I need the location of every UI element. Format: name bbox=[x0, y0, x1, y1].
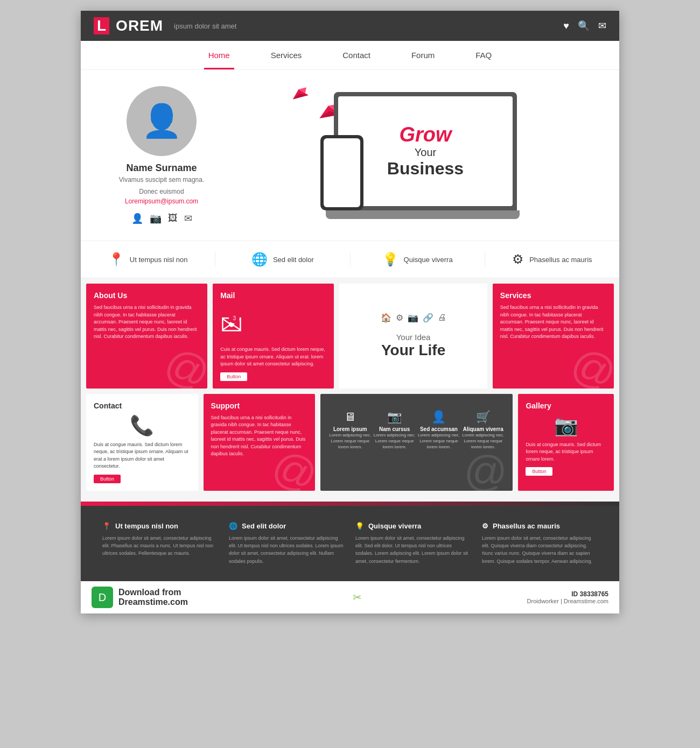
dark-item-4: 🛒 Aliquam viverra Lorem adipiscing nec. … bbox=[461, 410, 505, 450]
logo-l: L bbox=[97, 17, 106, 34]
dark-row-items: 🖥 Lorem ipsum Lorem adipiscing nec. Lore… bbox=[328, 410, 505, 450]
business-text: Business bbox=[387, 159, 464, 179]
scissors-icon: ✂ bbox=[353, 591, 362, 603]
feature-bulb: 💡 Quisque viverra bbox=[351, 252, 485, 267]
footer-col-2: 🌐 Sed elit dolor Lorem ipsum dolor sit a… bbox=[229, 522, 345, 566]
footer-col-3: 💡 Quisque viverra Lorem ipsum dolor sit … bbox=[355, 522, 471, 566]
footer-col-3-text: Lorem ipsum dolor sit amet, consectetur … bbox=[355, 534, 471, 566]
watermark-left: D Download from Dreamstime.com bbox=[92, 587, 188, 608]
nav-faq[interactable]: FAQ bbox=[471, 41, 496, 69]
settings-icon: ⚙ bbox=[512, 252, 524, 267]
page-wrapper: L OREM ipsum dolor sit amet ♥ 🔍 ✉ Home S… bbox=[81, 11, 619, 613]
support-title: Support bbox=[211, 401, 308, 410]
mail-title: Mail bbox=[220, 291, 326, 300]
dark-item-2-title: Nam cursus bbox=[372, 426, 416, 432]
dark-item-3-text: Lorem adipiscing nec. Lorem neque neque … bbox=[417, 432, 461, 450]
download-text: Download from bbox=[118, 588, 188, 597]
mail-button[interactable]: Button bbox=[220, 372, 247, 381]
about-us-cell: About Us Sed faucibus urna a nisi sollic… bbox=[86, 284, 207, 389]
services-title: Services bbox=[500, 291, 606, 300]
print-icon[interactable]: 🖨 bbox=[438, 313, 446, 323]
dark-features-cell: 🖥 Lorem ipsum Lorem adipiscing nec. Lore… bbox=[320, 394, 513, 491]
footer-col-1-text: Lorem ipsum dolor sit amet, consectetur … bbox=[102, 534, 218, 558]
footer-bulb-icon: 💡 bbox=[355, 522, 364, 530]
nav-services[interactable]: Services bbox=[267, 41, 306, 69]
grid-row-2: Contact 📞 Duis at congue mauris. Sed dic… bbox=[86, 394, 614, 491]
hero-center: Grow Your Business bbox=[232, 86, 598, 224]
your-text: Your bbox=[415, 146, 436, 159]
home-icon[interactable]: 🏠 bbox=[381, 313, 391, 323]
heart-icon[interactable]: ♥ bbox=[563, 20, 569, 32]
logo-area: L OREM ipsum dolor sit amet bbox=[94, 17, 236, 34]
dark-swirl: @ bbox=[464, 447, 507, 491]
dark-item-1: 🖥 Lorem ipsum Lorem adipiscing nec. Lore… bbox=[328, 410, 372, 450]
bulb-icon: 💡 bbox=[382, 252, 398, 267]
search-icon[interactable]: 🔍 bbox=[578, 20, 590, 32]
gallery-cell: Gallery 📷 Duis at congue mauris. Sed dic… bbox=[518, 394, 614, 491]
profile-email[interactable]: Loremipsum@ipsum.com bbox=[125, 197, 198, 205]
phone-screen bbox=[324, 138, 360, 207]
svg-marker-1 bbox=[292, 91, 309, 100]
tagline: ipsum dolor sit amet bbox=[174, 22, 236, 30]
footer-col-2-title: 🌐 Sed elit dolor bbox=[229, 522, 345, 530]
dark-item-3-title: Sed accumsan bbox=[417, 426, 461, 432]
footer-col-2-text: Lorem ipsum dolor sit amet, consectetur … bbox=[229, 534, 345, 566]
gallery-text: Duis at congue mauris. Sed dictum lorem … bbox=[526, 441, 606, 463]
link-icon[interactable]: 🔗 bbox=[423, 313, 433, 323]
feature-1-text: Ut tempus nisl non bbox=[130, 256, 188, 264]
gallery-button[interactable]: Button bbox=[526, 467, 552, 476]
camera2-icon: 📷 bbox=[372, 410, 416, 424]
site-name: Dreamstime.com bbox=[118, 597, 188, 607]
profile-actions: 👤 📷 🖼 ✉ bbox=[131, 213, 192, 224]
camera-icon[interactable]: 📷 bbox=[408, 313, 418, 323]
support-cell: Support Sed faucibus urna a nisi sollici… bbox=[204, 394, 316, 491]
feature-3-text: Quisque viverra bbox=[404, 256, 453, 264]
device-area: Grow Your Business bbox=[331, 92, 520, 219]
profile-name: Name Surname bbox=[126, 163, 197, 174]
profile-image-icon[interactable]: 🖼 bbox=[168, 213, 178, 224]
mail-badge: 3 bbox=[229, 313, 240, 323]
site-footer: 📍 Ut tempus nisl non Lorem ipsum dolor s… bbox=[81, 506, 619, 582]
contact-button[interactable]: Button bbox=[94, 475, 121, 483]
swirl-decoration-2: @ bbox=[563, 337, 614, 388]
user-silhouette-icon: 👤 bbox=[142, 105, 182, 137]
footer-col-4: ⚙ Phasellus ac mauris Lorem ipsum dolor … bbox=[482, 522, 598, 566]
watermark-text-area: Download from Dreamstime.com bbox=[118, 588, 188, 607]
profile-mail-icon[interactable]: ✉ bbox=[184, 213, 192, 224]
dark-item-2-text: Lorem adipiscing nec. Lorem neque neque … bbox=[372, 432, 416, 450]
footer-location-icon: 📍 bbox=[102, 522, 111, 530]
mail-icon[interactable]: ✉ bbox=[598, 20, 606, 32]
avatar: 👤 bbox=[127, 86, 197, 156]
profile-camera-icon[interactable]: 📷 bbox=[150, 213, 162, 224]
footer-col-4-text: Lorem ipsum dolor sit amet, consectetur … bbox=[482, 534, 598, 566]
grow-text: Grow bbox=[399, 123, 451, 146]
your-life-text: Your Life bbox=[381, 342, 445, 359]
watermark-center: ✂ bbox=[353, 591, 362, 604]
feature-2-text: Sed elit dolor bbox=[273, 256, 314, 264]
svg-marker-2 bbox=[298, 87, 307, 95]
settings2-icon[interactable]: ⚙ bbox=[396, 313, 403, 323]
contact-cell: Contact 📞 Duis at congue mauris. Sed dic… bbox=[86, 394, 198, 491]
phone-device bbox=[320, 135, 363, 210]
dreamstime-logo: D bbox=[92, 587, 113, 608]
dark-item-2: 📷 Nam cursus Lorem adipiscing nec. Lorem… bbox=[372, 410, 416, 450]
nav-home[interactable]: Home bbox=[204, 41, 234, 69]
feature-globe: 🌐 Sed elit dolor bbox=[215, 252, 350, 267]
contact-title: Contact bbox=[94, 401, 191, 410]
footer-col-4-title: ⚙ Phasellus ac mauris bbox=[482, 522, 598, 530]
monitor-icon: 🖥 bbox=[328, 410, 372, 424]
center-icons: 🏠 ⚙ 📷 🔗 🖨 bbox=[381, 313, 446, 323]
profile-area: 👤 Name Surname Vivamus suscipit sem magn… bbox=[102, 86, 221, 224]
mail-cell: Mail ✉ 3 Cuis at congue mauris. Sed dict… bbox=[213, 284, 334, 389]
services-text: Sed faucibus urna a nisi sollicitudin in… bbox=[500, 304, 606, 341]
content-section: About Us Sed faucibus urna a nisi sollic… bbox=[81, 278, 619, 502]
profile-user-icon[interactable]: 👤 bbox=[131, 213, 143, 224]
footer-col-1-title: 📍 Ut tempus nisl non bbox=[102, 522, 218, 530]
main-nav: Home Services Contact Forum FAQ bbox=[81, 41, 619, 70]
mail-envelope-icon: ✉ 3 bbox=[220, 309, 243, 341]
nav-forum[interactable]: Forum bbox=[407, 41, 439, 69]
mail-text: Cuis at congue mauris. Sed dictum lorem … bbox=[220, 346, 326, 368]
nav-contact[interactable]: Contact bbox=[338, 41, 375, 69]
dark-item-1-title: Lorem ipsum bbox=[328, 426, 372, 432]
dark-item-1-text: Lorem adipiscing nec. Lorem neque neque … bbox=[328, 432, 372, 450]
